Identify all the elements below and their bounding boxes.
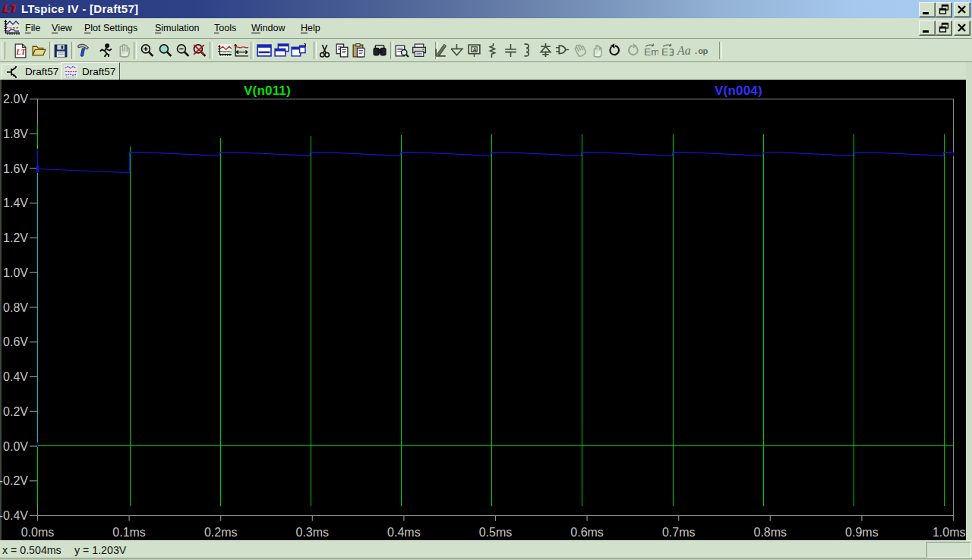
svg-text:-0.2V: -0.2V xyxy=(0,474,28,487)
svg-text:1.0ms: 1.0ms xyxy=(933,526,966,539)
svg-text:V(n004): V(n004) xyxy=(715,83,762,98)
svg-text:1.4V: 1.4V xyxy=(3,197,28,209)
svg-text:Aa: Aa xyxy=(677,44,691,57)
svg-text:1.0V: 1.0V xyxy=(3,266,28,279)
svg-text:E: E xyxy=(661,46,668,58)
svg-text:A: A xyxy=(472,46,477,53)
svg-text:0.0V: 0.0V xyxy=(3,440,28,453)
svg-text:LT: LT xyxy=(4,2,17,14)
svg-text:-0.4V: -0.4V xyxy=(0,509,28,522)
svg-text:0.6ms: 0.6ms xyxy=(570,526,604,539)
svg-text:LT: LT xyxy=(15,48,26,56)
svg-text:0.7ms: 0.7ms xyxy=(662,526,696,539)
svg-text:Em: Em xyxy=(644,46,658,58)
svg-text:0.8ms: 0.8ms xyxy=(754,526,787,539)
svg-text:0.2V: 0.2V xyxy=(3,405,28,418)
svg-text:0.3ms: 0.3ms xyxy=(296,526,330,539)
svg-text:0.5ms: 0.5ms xyxy=(479,526,513,539)
svg-text:2.0V: 2.0V xyxy=(3,93,28,105)
svg-text:0.4ms: 0.4ms xyxy=(387,526,421,539)
svg-text:0.6V: 0.6V xyxy=(3,335,28,348)
svg-text:0.2ms: 0.2ms xyxy=(204,526,238,539)
svg-text:0.9ms: 0.9ms xyxy=(845,526,879,539)
svg-text:1.8V: 1.8V xyxy=(3,127,28,140)
svg-text:0.8V: 0.8V xyxy=(3,301,28,314)
svg-text:0.4V: 0.4V xyxy=(3,370,28,383)
svg-text:0.1ms: 0.1ms xyxy=(112,526,146,539)
svg-text:.op: .op xyxy=(693,46,708,56)
svg-text:1.2V: 1.2V xyxy=(3,231,28,244)
svg-text:0.0ms: 0.0ms xyxy=(21,526,55,539)
svg-text:1.6V: 1.6V xyxy=(3,162,28,175)
svg-text:V(n011): V(n011) xyxy=(244,83,291,98)
